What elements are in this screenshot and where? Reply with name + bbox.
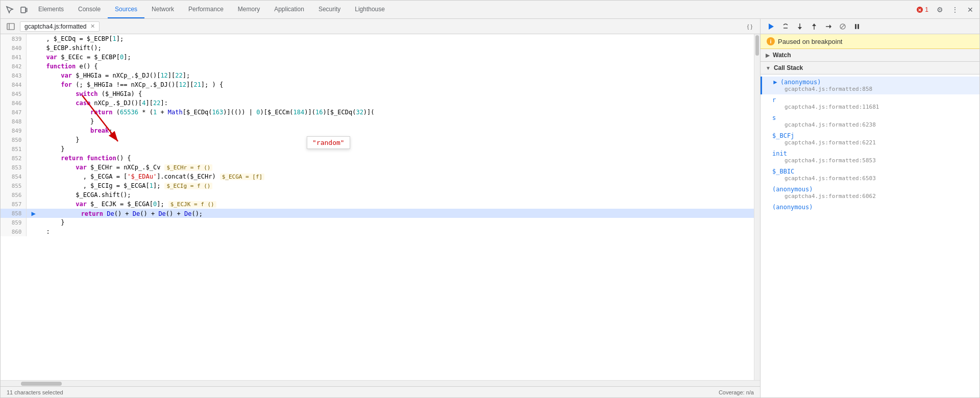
step-into-button[interactable] bbox=[793, 20, 806, 33]
frame-file: gcaptcha4.js:formatted:6238 bbox=[772, 121, 973, 128]
call-stack-section-header[interactable]: ▼ Call Stack bbox=[761, 62, 979, 74]
svg-marker-8 bbox=[769, 23, 774, 30]
inline-hint: $_ECIg = f () bbox=[164, 183, 212, 189]
inspect-element-button[interactable] bbox=[3, 3, 17, 17]
code-line: function e() { bbox=[26, 62, 754, 71]
code-row: 854 , $_ECGA = ['$_EDAu'].concat($_ECHr)… bbox=[1, 172, 754, 181]
call-stack-item[interactable]: (anonymous) bbox=[761, 202, 979, 213]
call-stack-item[interactable]: $_BBICgcaptcha4.js:formatted:6503 bbox=[761, 166, 979, 184]
inline-hint: $_ECGA = [f] bbox=[220, 173, 264, 180]
tab-application[interactable]: Application bbox=[267, 1, 311, 18]
frame-name: r bbox=[772, 96, 776, 104]
call-stack-item[interactable]: ►(anonymous)gcaptcha4.js:formatted:858 bbox=[761, 77, 979, 94]
call-stack-item[interactable]: $_BCFjgcaptcha4.js:formatted:6221 bbox=[761, 130, 979, 148]
close-devtools-button[interactable]: ✕ bbox=[963, 3, 977, 17]
tab-lighthouse[interactable]: Lighthouse bbox=[348, 1, 392, 18]
line-number: 842 bbox=[1, 62, 26, 71]
frame-name: s bbox=[772, 114, 776, 121]
call-stack-item[interactable]: sgcaptcha4.js:formatted:6238 bbox=[761, 112, 979, 130]
resume-button[interactable] bbox=[765, 20, 778, 33]
line-number: 853 bbox=[1, 163, 26, 172]
devtools-window: Elements Console Sources Network Perform… bbox=[0, 0, 980, 398]
line-number: 857 bbox=[1, 200, 26, 209]
debugger-sections: ▶ Watch ▼ Call Stack ►(anonymous)gcaptch… bbox=[761, 49, 979, 397]
line-number: 839 bbox=[1, 34, 26, 43]
code-row: 849 break; bbox=[1, 126, 754, 135]
frame-file: gcaptcha4.js:formatted:11681 bbox=[772, 104, 973, 110]
code-row: 852 return function() { bbox=[1, 154, 754, 163]
code-line: var $_ECEc = $_ECBP[0]; bbox=[26, 53, 754, 62]
right-panel: i Paused on breakpoint ▶ Watch ▼ Call St… bbox=[760, 19, 979, 397]
svg-rect-4 bbox=[7, 23, 14, 30]
code-row: 859 } bbox=[1, 218, 754, 227]
code-row: 848 } bbox=[1, 117, 754, 126]
inline-hint: $_ECJK = f () bbox=[168, 201, 216, 208]
code-row: 840 $_ECBP.shift(); bbox=[1, 43, 754, 53]
sources-secondary-toolbar: gcaptcha4.js:formatted ✕ { } bbox=[1, 19, 760, 34]
error-badge[interactable]: ✕ 1 bbox=[913, 5, 932, 14]
line-number: 848 bbox=[1, 117, 26, 126]
status-bar: 11 characters selected Coverage: n/a bbox=[1, 386, 760, 397]
frame-name: (anonymous) bbox=[772, 204, 813, 211]
line-number: 841 bbox=[1, 53, 26, 62]
tab-console[interactable]: Console bbox=[71, 1, 108, 18]
coverage-status: Coverage: n/a bbox=[719, 389, 754, 395]
tab-network[interactable]: Network bbox=[144, 1, 181, 18]
code-row: 846 case nXCp_.$_DJ()[4][22]: bbox=[1, 98, 754, 108]
step-over-button[interactable] bbox=[779, 20, 792, 33]
sources-panel: gcaptcha4.js:formatted ✕ { } 839 , $_ECD… bbox=[1, 19, 760, 397]
call-stack-item[interactable]: (anonymous)gcaptcha4.js:formatted:6062 bbox=[761, 184, 979, 202]
frame-name: $_BCFj bbox=[772, 132, 794, 139]
tab-security[interactable]: Security bbox=[311, 1, 348, 18]
line-number: 843 bbox=[1, 71, 26, 80]
device-toolbar-button[interactable] bbox=[17, 3, 31, 17]
code-line: } bbox=[26, 117, 754, 126]
info-icon: i bbox=[767, 37, 775, 45]
tab-memory[interactable]: Memory bbox=[231, 1, 267, 18]
more-button[interactable]: ⋮ bbox=[948, 3, 962, 17]
call-stack-item[interactable]: initgcaptcha4.js:formatted:5853 bbox=[761, 148, 979, 166]
frame-file: gcaptcha4.js:formatted:858 bbox=[772, 86, 973, 92]
breakpoint-banner: i Paused on breakpoint bbox=[761, 34, 979, 49]
pause-on-exceptions-button[interactable] bbox=[850, 20, 864, 33]
code-row: 845 switch ($_HHGIa) { bbox=[1, 89, 754, 98]
watch-section-header[interactable]: ▶ Watch bbox=[761, 49, 979, 62]
step-out-button[interactable] bbox=[807, 20, 821, 33]
active-frame-arrow: ► bbox=[772, 79, 778, 86]
deactivate-breakpoints-button[interactable] bbox=[836, 20, 849, 33]
call-stack-item[interactable]: rgcaptcha4.js:formatted:11681 bbox=[761, 94, 979, 112]
file-tab-close[interactable]: ✕ bbox=[90, 23, 95, 30]
code-row: 844 for (; $_HHGIa !== nXCp_.$_DJ()[12][… bbox=[1, 80, 754, 89]
tab-sources[interactable]: Sources bbox=[108, 1, 144, 18]
vertical-scrollbar[interactable] bbox=[754, 34, 760, 380]
code-editor[interactable]: 839 , $_ECDq = $_ECBP[1];840 $_ECBP.shif… bbox=[1, 34, 754, 380]
code-line: case nXCp_.$_DJ()[4][22]: bbox=[26, 98, 754, 108]
code-line: for (; $_HHGIa !== nXCp_.$_DJ()[12][21];… bbox=[26, 80, 754, 89]
toggle-navigator-button[interactable] bbox=[4, 19, 18, 34]
code-line: , $_ECDq = $_ECBP[1]; bbox=[26, 34, 754, 43]
frame-name: init bbox=[772, 150, 787, 157]
frame-file: gcaptcha4.js:formatted:6062 bbox=[772, 193, 973, 200]
code-row: 858▶ return De() + De() + De() + De(); bbox=[1, 209, 754, 218]
line-number: 856 bbox=[1, 190, 26, 200]
code-area: 839 , $_ECDq = $_ECBP[1];840 $_ECBP.shif… bbox=[1, 34, 760, 380]
right-icons: ✕ 1 ⚙ ⋮ ✕ bbox=[913, 3, 977, 17]
file-tab[interactable]: gcaptcha4.js:formatted ✕ bbox=[20, 21, 100, 32]
format-button[interactable]: { } bbox=[743, 19, 757, 34]
code-line: } bbox=[26, 144, 754, 154]
line-number: 858 bbox=[1, 209, 26, 218]
svg-rect-1 bbox=[26, 8, 27, 12]
step-button[interactable] bbox=[822, 20, 835, 33]
code-row: 851 } bbox=[1, 144, 754, 154]
code-line: return function() { bbox=[26, 154, 754, 163]
tab-elements[interactable]: Elements bbox=[31, 1, 71, 18]
horizontal-scrollbar[interactable] bbox=[1, 380, 760, 386]
call-stack-label: Call Stack bbox=[774, 64, 803, 71]
settings-button[interactable]: ⚙ bbox=[933, 3, 947, 17]
tab-performance[interactable]: Performance bbox=[181, 1, 231, 18]
frame-file: gcaptcha4.js:formatted:6221 bbox=[772, 139, 973, 146]
code-line: $_ECBP.shift(); bbox=[26, 43, 754, 53]
svg-rect-0 bbox=[21, 7, 26, 13]
breakpoint-arrow: ▶ bbox=[32, 209, 36, 217]
top-bar: Elements Console Sources Network Perform… bbox=[1, 1, 979, 19]
